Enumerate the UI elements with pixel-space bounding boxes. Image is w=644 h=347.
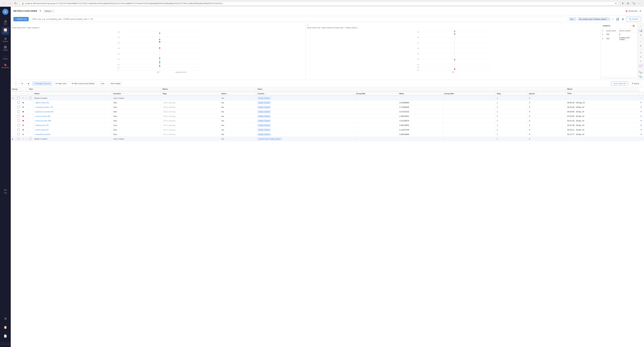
row-7-name[interactable]: silent-snipe-957 xyxy=(33,128,112,132)
refresh-filters-btn[interactable]: 🔄 xyxy=(616,17,620,21)
close-all-button[interactable]: × xyxy=(612,17,614,21)
group-2-check[interactable] xyxy=(17,138,20,140)
row-2-tags[interactable]: Click to edit tags xyxy=(161,105,220,110)
zoom-btn[interactable]: 🔍 xyxy=(632,2,636,5)
group-1-run-check[interactable] xyxy=(29,97,32,99)
download-btn[interactable]: ⬇ xyxy=(621,2,625,5)
sidebar-item-scatters[interactable]: ⋯ Scatters xyxy=(1,53,10,61)
group-2-checkbox[interactable] xyxy=(16,137,21,141)
right-icon-pencil[interactable]: ✏ xyxy=(638,44,644,48)
view-mode-2-btn[interactable]: ⊟ xyxy=(20,81,25,86)
row-2-name[interactable]: overjoyed-snake-710 xyxy=(33,105,112,110)
row-6-check[interactable] xyxy=(17,124,20,126)
col-resize-duration[interactable]: ⋮ xyxy=(122,92,123,94)
group-1-expand[interactable]: ▼ xyxy=(11,96,16,100)
run-link-3[interactable]: glamorous-panda-487 xyxy=(34,111,54,113)
export-button[interactable]: ⬇ Export xyxy=(630,81,641,86)
col-resize-time[interactable]: ⋮ xyxy=(573,92,574,94)
row-8-name[interactable]: beautiful-frog-816 xyxy=(33,132,112,137)
row-4-eye-btn[interactable]: 👁 xyxy=(640,115,642,118)
row-7-check[interactable] xyxy=(17,128,20,131)
sidebar-item-reports[interactable]: 📋 xyxy=(1,323,10,331)
bookmark-button[interactable]: 🔖 Bookmark xyxy=(625,10,638,12)
row-1-checkbox[interactable] xyxy=(16,100,21,105)
col-resize-epoch[interactable]: ⋮ xyxy=(536,92,537,94)
view-mode-3-btn[interactable]: ■ xyxy=(26,82,31,86)
clear-filters-btn[interactable]: 🗑 xyxy=(621,17,625,21)
run-link-4[interactable]: nervous-bear-384 xyxy=(34,115,50,117)
row-7-tag-btn[interactable]: Click to edit tags xyxy=(162,129,176,131)
group-1-checkbox[interactable] xyxy=(16,96,21,100)
col-resize-tags[interactable]: ⋮ xyxy=(168,92,169,94)
row-5-name[interactable]: luminous-boar-890 xyxy=(33,118,112,123)
sidebar-logo[interactable]: A xyxy=(2,9,8,15)
right-icon-scatter[interactable]: ⊹ xyxy=(638,51,644,54)
row-2-check[interactable] xyxy=(17,106,20,108)
group-1-check[interactable] xyxy=(17,97,20,99)
col-resize-step[interactable]: ⋮ xyxy=(502,92,503,94)
row-4-check[interactable] xyxy=(17,115,20,117)
row-8-tag-btn[interactable]: Click to edit tags xyxy=(162,133,176,136)
row-1-name[interactable]: aged-sheep-452 xyxy=(33,100,112,105)
run-link-6[interactable]: efficient-elk-748 xyxy=(34,124,49,126)
row-5-eye-btn[interactable]: 👁 xyxy=(640,120,642,122)
row-6-name[interactable]: efficient-elk-748 xyxy=(33,123,112,128)
row-7-tags[interactable]: Click to edit tags xyxy=(161,128,220,132)
row-8-check[interactable] xyxy=(17,133,20,135)
row-1-tags[interactable]: Click to edit tags xyxy=(161,100,220,105)
refresh-button[interactable]: ↻ xyxy=(14,1,18,5)
group-1-more-btn[interactable]: ⋯ xyxy=(640,97,642,100)
expand-group-1-btn[interactable]: ▼ xyxy=(12,97,14,99)
run-link-1[interactable]: aged-sheep-452 xyxy=(34,102,49,104)
metrics-button[interactable]: + Metrics (2) xyxy=(14,17,29,21)
dropdown-button[interactable]: ▼ xyxy=(39,10,42,12)
col-resize-group-max[interactable]: ⋮ xyxy=(455,92,456,94)
url-bar[interactable]: 🔒 localhost:3001/aim/metrics?grouping=O-… xyxy=(19,1,619,5)
row-5-check[interactable] xyxy=(17,120,20,122)
run-link-7[interactable]: silent-snipe-957 xyxy=(34,129,49,131)
hide-lines-button[interactable]: 👁 Hide Lines xyxy=(54,82,68,86)
forward-button[interactable]: → xyxy=(8,2,12,5)
row-6-eye-btn[interactable]: 👁 xyxy=(640,124,642,126)
row-3-check[interactable] xyxy=(17,110,20,113)
show-table-diff-button[interactable]: Show Table Diff xyxy=(611,82,628,86)
row-4-tag-btn[interactable]: Click to edit tags xyxy=(162,115,176,118)
search-button[interactable]: 🔍 Search xyxy=(626,17,641,22)
row-3-name[interactable]: glamorous-panda-487 xyxy=(33,110,112,114)
group-2-more-btn[interactable]: ⋯ xyxy=(640,138,642,140)
row-6-tags[interactable]: Click to edit tags xyxy=(161,123,220,128)
right-icon-chevron-left[interactable]: ← xyxy=(638,24,644,28)
sidebar-item-images[interactable]: 🖼 Images xyxy=(1,44,10,52)
sidebar-item-params[interactable]: ⊞ Params xyxy=(1,36,10,44)
row-1-eye[interactable]: 👁 xyxy=(639,100,644,105)
extensions-btn[interactable]: ⊞ xyxy=(626,2,630,5)
group-1-more[interactable]: ⋯ xyxy=(639,96,644,100)
group-1-run-checkbox[interactable] xyxy=(28,96,33,100)
run-link-2[interactable]: overjoyed-snake-710 xyxy=(34,106,53,108)
row-1-tag-btn[interactable]: Click to edit tags xyxy=(162,102,176,104)
run-link-5[interactable]: luminous-boar-890 xyxy=(34,120,51,122)
manage-columns-button[interactable]: ≡ Manage Columns xyxy=(32,82,52,86)
group-2-expand[interactable]: ▶ xyxy=(11,137,16,141)
row-8-eye-btn[interactable]: 👁 xyxy=(640,133,642,136)
sidebar-item-metrics[interactable]: 📈 Metrics xyxy=(1,27,10,35)
row-5-tag-btn[interactable]: Click to edit tags xyxy=(162,120,176,122)
row-height-button[interactable]: ↨ Row Height xyxy=(108,82,122,86)
sidebar-item-runs[interactable]: ▤ Runs xyxy=(1,18,10,26)
panel-icon-1[interactable]: ← xyxy=(629,24,632,27)
right-icon-chart-btn[interactable]: 📊 xyxy=(638,29,644,32)
col-resize-name[interactable]: ⋮ xyxy=(41,92,42,94)
filter-tag-context-close[interactable]: × xyxy=(608,18,608,20)
row-1-check[interactable] xyxy=(17,101,20,104)
right-icon-line-chart[interactable]: 📈 xyxy=(638,64,644,68)
run-link-8[interactable]: beautiful-frog-816 xyxy=(34,133,50,135)
right-icon-zoom-in[interactable]: 🔍+ xyxy=(638,70,644,74)
row-2-eye-btn[interactable]: 👁 xyxy=(640,106,642,108)
sort-button[interactable]: ↕ Sort xyxy=(98,82,106,86)
group-2-run-check[interactable] xyxy=(29,138,32,140)
row-6-tag-btn[interactable]: Click to edit tags xyxy=(162,124,176,126)
menu-button[interactable]: ≡ xyxy=(640,9,641,13)
sidebar-item-docs[interactable]: 📄 xyxy=(1,332,10,340)
row-1-eye-btn[interactable]: 👁 xyxy=(640,102,642,104)
filter-input[interactable] xyxy=(30,17,568,22)
